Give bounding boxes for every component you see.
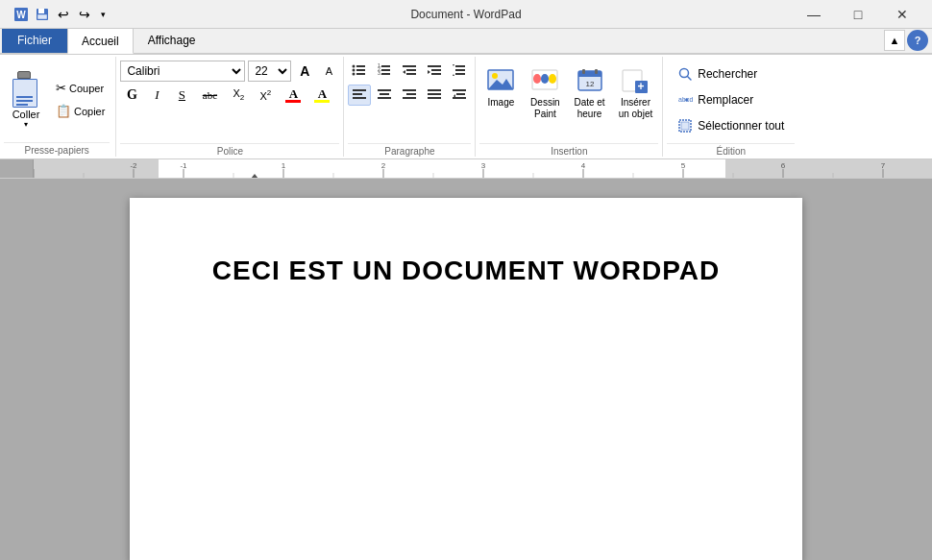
svg-rect-41 (428, 97, 441, 99)
svg-rect-17 (403, 65, 416, 67)
svg-text:1: 1 (282, 161, 286, 170)
svg-marker-24 (428, 70, 430, 74)
svg-text:3: 3 (481, 161, 486, 170)
svg-marker-29 (453, 74, 454, 76)
justify-button[interactable] (423, 85, 446, 106)
ribbon-collapse-button[interactable]: ▲ (884, 30, 905, 51)
svg-marker-20 (403, 70, 405, 74)
group-label-presse-papiers: Presse-papiers (4, 142, 110, 157)
font-color-button[interactable]: A (280, 85, 307, 106)
date-heure-label: Date etheure (574, 97, 604, 120)
undo-button[interactable]: ↩ (54, 5, 73, 24)
group-label-paragraphe: Paragraphe (348, 143, 471, 157)
svg-rect-55 (578, 75, 601, 77)
font-size-select[interactable]: 22 (248, 61, 291, 82)
inserer-objet-button[interactable]: + Insérerun objet (613, 61, 659, 125)
document-title: CECI EST UN DOCUMENT WORDPAD (197, 256, 735, 286)
dessin-paint-label: DessinPaint (530, 97, 560, 120)
app-icon: W (12, 5, 31, 24)
numbered-list-button[interactable]: 1. 2. 3. (373, 61, 396, 82)
redo-button[interactable]: ↪ (75, 5, 94, 24)
svg-rect-4 (37, 14, 47, 19)
increase-indent-button[interactable] (423, 61, 446, 82)
selectionner-tout-button[interactable]: Sélectionner tout (669, 114, 793, 137)
svg-rect-37 (406, 93, 416, 95)
font-size-decrease[interactable]: A (318, 61, 339, 82)
svg-text:+: + (638, 80, 645, 93)
svg-rect-26 (455, 69, 465, 71)
coller-button[interactable]: Coller ▾ (4, 68, 48, 132)
copier-button[interactable]: 📋 Copier (51, 101, 110, 121)
svg-rect-34 (380, 93, 389, 95)
coller-label: Coller (12, 109, 40, 120)
svg-rect-69 (681, 122, 689, 130)
image-button[interactable]: Image (479, 61, 522, 112)
svg-point-50 (533, 74, 541, 84)
svg-rect-40 (428, 93, 441, 95)
svg-text:-2: -2 (130, 161, 137, 170)
couper-button[interactable]: ✂ Couper (51, 78, 110, 98)
svg-text:7: 7 (881, 161, 886, 170)
minimize-button[interactable]: — (792, 0, 836, 29)
close-button[interactable]: ✕ (880, 0, 924, 29)
svg-rect-14 (381, 69, 390, 71)
align-right-button[interactable] (398, 85, 421, 106)
svg-text:5: 5 (681, 161, 686, 170)
subscript-button[interactable]: X2 (226, 85, 251, 106)
svg-rect-39 (428, 89, 441, 91)
svg-point-51 (541, 74, 549, 84)
group-paragraphe: 1. 2. 3. (344, 57, 476, 157)
rtl-button[interactable] (448, 85, 471, 106)
titlebar: W ↩ ↪ ▾ Document - WordPad — □ ✕ (0, 0, 932, 29)
align-left-button[interactable] (348, 85, 371, 106)
group-police: Calibri 22 A A G I S abc X2 X2 A (116, 57, 344, 157)
image-label: Image (488, 97, 515, 108)
svg-text:W: W (16, 10, 26, 20)
ruler: -2 -1 1 2 3 4 5 6 (0, 159, 932, 179)
document-page[interactable]: CECI EST UN DOCUMENT WORDPAD (130, 198, 802, 560)
svg-rect-16 (381, 73, 390, 75)
maximize-button[interactable]: □ (836, 0, 880, 29)
remplacer-button[interactable]: ab cd Remplacer (669, 88, 793, 111)
date-heure-button[interactable]: 12 Date etheure (568, 61, 610, 125)
font-family-select[interactable]: Calibri (120, 61, 245, 82)
svg-rect-19 (406, 73, 416, 75)
strikethrough-button[interactable]: abc (195, 85, 224, 106)
line-spacing-button[interactable] (448, 61, 471, 82)
svg-point-52 (549, 74, 556, 84)
tab-accueil[interactable]: Accueil (67, 28, 134, 54)
font-size-increase[interactable]: A (294, 61, 315, 82)
save-button[interactable] (33, 5, 52, 24)
tab-fichier[interactable]: Fichier (2, 28, 67, 53)
window-title: Document - WordPad (410, 8, 521, 21)
dessin-paint-button[interactable]: DessinPaint (524, 61, 566, 125)
align-center-button[interactable] (373, 85, 396, 106)
highlight-button[interactable]: A (308, 85, 335, 106)
tab-affichage[interactable]: Affichage (134, 28, 210, 53)
svg-rect-32 (353, 97, 366, 99)
svg-rect-31 (353, 93, 362, 95)
svg-line-63 (688, 77, 692, 81)
quickaccess-dropdown[interactable]: ▾ (96, 5, 110, 24)
group-label-edition: Édition (667, 143, 795, 157)
group-edition: Rechercher ab cd Remplacer Sélectionner … (663, 57, 798, 157)
svg-rect-25 (455, 65, 465, 67)
svg-point-7 (353, 68, 356, 71)
superscript-button[interactable]: X2 (253, 85, 278, 106)
svg-rect-71 (159, 159, 725, 179)
underline-button[interactable]: S (170, 85, 193, 106)
svg-rect-10 (356, 73, 365, 75)
svg-rect-27 (455, 73, 465, 75)
bullet-list-button[interactable] (348, 61, 371, 82)
svg-rect-44 (453, 97, 466, 99)
italic-button[interactable]: I (145, 85, 168, 106)
svg-rect-23 (431, 73, 441, 75)
bold-button[interactable]: G (120, 85, 143, 106)
group-insertion: Image DessinPaint (476, 57, 663, 157)
svg-rect-56 (582, 69, 585, 74)
decrease-indent-button[interactable] (398, 61, 421, 82)
svg-rect-22 (431, 69, 441, 71)
rechercher-button[interactable]: Rechercher (669, 62, 793, 85)
help-button[interactable]: ? (907, 30, 928, 51)
svg-text:3.: 3. (378, 70, 381, 76)
